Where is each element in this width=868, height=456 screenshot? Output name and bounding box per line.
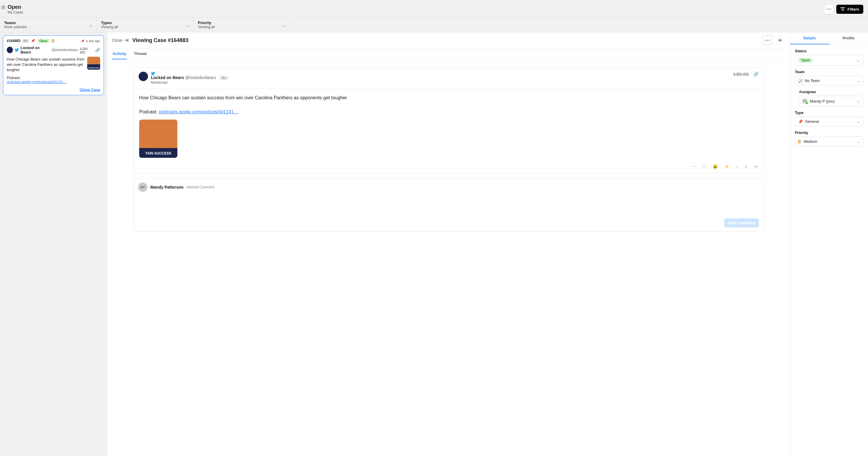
source-avatar	[7, 47, 13, 53]
post-podcast-label: Podcast:	[139, 109, 159, 114]
comment-author: Mandy Patterson	[150, 185, 184, 190]
pin-icon: 📌	[31, 39, 35, 43]
svg-point-4	[767, 40, 768, 41]
filter-types-label: Types	[101, 21, 118, 25]
filters-row: TeamsNone selected ⌄ TypesViewing all ⌄ …	[0, 17, 868, 32]
post-avatar	[138, 72, 148, 81]
comment-input[interactable]	[138, 195, 759, 216]
chevron-down-icon: ⌄	[857, 79, 860, 83]
chevron-down-icon: ⌄	[857, 139, 860, 144]
reply-icon[interactable]: ↩	[754, 164, 758, 169]
case-view-title: Viewing Case #164883	[132, 37, 188, 44]
team-select[interactable]: No Team ⌄	[795, 76, 863, 86]
tab-profile[interactable]: Profile	[829, 32, 868, 45]
case-card[interactable]: #164883 MP 📌 Open 📌 a day ago Locked on …	[3, 35, 104, 95]
type-select[interactable]: 📌General ⌄	[795, 117, 863, 126]
no-team-icon	[798, 79, 802, 83]
post-image[interactable]	[139, 120, 177, 158]
close-case-link[interactable]: Close Case	[7, 88, 100, 92]
comment-avatar: MP	[138, 182, 147, 192]
details-panel: Details Profile Status Open ⌄ Team No Te…	[790, 32, 868, 456]
assignee-badge: MP	[22, 39, 29, 43]
filter-priority[interactable]: PriorityViewing all ⌄	[194, 18, 291, 32]
filter-teams-label: Teams	[4, 21, 27, 25]
expand-panel-button[interactable]	[776, 38, 785, 42]
case-thumbnail	[87, 57, 100, 69]
filter-types[interactable]: TypesViewing all ⌄	[97, 18, 194, 32]
filter-priority-value: Viewing all	[198, 25, 215, 29]
podcast-label: Podcast:	[7, 76, 100, 80]
comment-box: MP Mandy Patterson Internal Comment Add …	[134, 178, 764, 232]
filter-icon	[840, 7, 845, 11]
close-label: Close	[112, 38, 122, 42]
mention-label: Mentioned	[151, 81, 229, 85]
priority-value: Medium	[804, 139, 817, 144]
post-podcast-link[interactable]: podcasts.apple.com/podcast/id1141…	[159, 109, 239, 114]
filter-teams-value: None selected	[4, 25, 27, 29]
filters-button[interactable]: Filters	[836, 5, 863, 14]
type-label: Type	[795, 111, 863, 115]
link-icon[interactable]: 🔗	[95, 48, 100, 52]
assignee-avatar: MP	[802, 98, 807, 104]
followers-badge: 2k+	[219, 76, 229, 80]
tab-activity[interactable]: Activity	[112, 49, 127, 59]
collapse-left-icon	[779, 38, 783, 42]
filters-label: Filters	[847, 7, 859, 11]
case-view: Close Viewing Case #164883 Activity Thre…	[107, 32, 790, 456]
user-avatar[interactable]	[1, 5, 5, 9]
case-body-text: How Chicago Bears can sustain success fr…	[7, 57, 85, 73]
chevron-down-icon: ⌄	[89, 23, 93, 27]
team-value: No Team	[805, 79, 820, 83]
close-button[interactable]: Close	[112, 38, 128, 42]
chevron-down-icon: ⌄	[857, 119, 860, 124]
chevron-down-icon: ⌄	[186, 23, 189, 27]
status-select[interactable]: Open ⌄	[795, 55, 863, 65]
activity-post: Locked on Bears @lockedonbears 2k+ Menti…	[134, 67, 764, 173]
page-title: Open	[8, 4, 23, 10]
emoji-icon[interactable]: 😄	[713, 164, 718, 169]
case-time: a day ago	[86, 39, 100, 42]
chevron-down-icon: ⌄	[283, 23, 286, 27]
link-icon[interactable]: 🔗	[753, 72, 758, 76]
assignee-label: Assignee	[799, 90, 863, 94]
post-time[interactable]: a day ago	[733, 72, 749, 76]
heart-icon[interactable]: ♡	[703, 164, 706, 169]
add-comment-button[interactable]: Add Comment	[724, 218, 759, 227]
case-id: #164883	[7, 39, 21, 43]
svg-point-2	[830, 9, 831, 10]
comment-type: Internal Comment	[186, 185, 214, 189]
post-more-icon[interactable]: ⋯	[692, 164, 696, 169]
status-badge: Open	[37, 38, 50, 43]
chevron-down-icon: ⌄	[857, 58, 860, 63]
case-more-button[interactable]	[762, 35, 772, 45]
svg-point-3	[765, 40, 766, 41]
status-label: Status	[795, 49, 863, 53]
chevron-down-icon: ⌄	[857, 99, 860, 104]
more-button[interactable]	[824, 4, 834, 14]
podcast-link[interactable]: podcasts.apple.com/podcast/id1141…	[7, 80, 66, 84]
post-author-name: Locked on Bears	[151, 75, 184, 80]
pin-icon: 📌	[81, 39, 84, 42]
pin-icon: 📌	[798, 119, 803, 124]
filter-priority-label: Priority	[198, 21, 215, 25]
assignee-select[interactable]: MPMandy P (you) ⌄	[799, 96, 863, 106]
tab-thread[interactable]: Thread	[133, 49, 147, 59]
svg-point-5	[769, 40, 770, 41]
page-subtitle: My Cases	[8, 10, 23, 15]
priority-select[interactable]: Medium ⌄	[795, 137, 863, 146]
tag-icon[interactable]: ⌂	[736, 164, 738, 169]
bolt-icon[interactable]: ⚡	[724, 164, 729, 169]
tab-details[interactable]: Details	[790, 32, 829, 45]
source-handle: @lockedonbears	[52, 48, 78, 52]
priority-label: Priority	[795, 131, 863, 135]
post-author-handle: @lockedonbears	[185, 75, 216, 80]
team-label: Team	[795, 69, 863, 74]
svg-point-0	[827, 9, 828, 10]
twitter-icon	[151, 72, 229, 75]
twitter-icon	[15, 48, 19, 52]
check-icon[interactable]: ✓	[744, 164, 748, 169]
priority-icon	[798, 140, 801, 143]
svg-point-1	[829, 9, 830, 10]
source-time[interactable]: a day ago	[80, 47, 93, 54]
filter-teams[interactable]: TeamsNone selected ⌄	[0, 18, 97, 32]
